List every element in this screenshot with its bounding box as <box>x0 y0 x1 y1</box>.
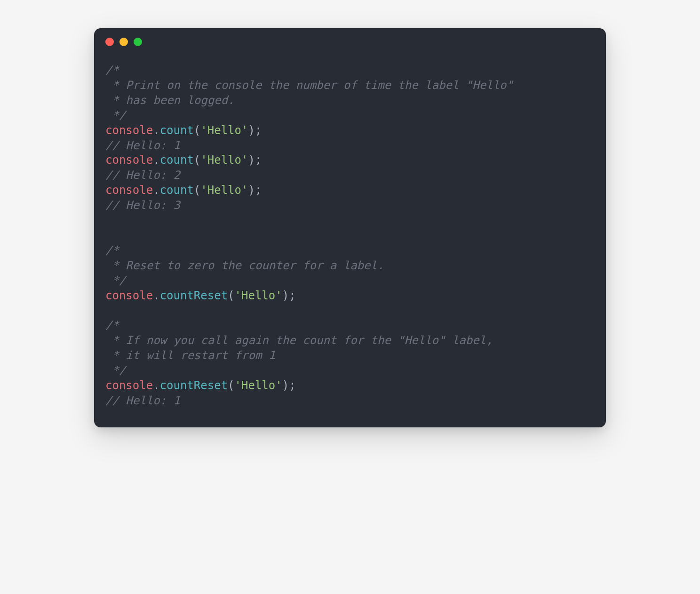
code-token-object: console <box>105 184 153 197</box>
code-token-string: 'Hello' <box>235 379 282 392</box>
code-token-punct: ); <box>248 184 262 197</box>
code-token-method: count <box>160 124 194 137</box>
code-token-comment: /* * Reset to zero the counter for a lab… <box>105 244 384 287</box>
code-token-punct: ( <box>228 379 234 392</box>
code-token-comment: // Hello: 1 <box>105 139 180 152</box>
code-token-punct: ( <box>194 184 200 197</box>
code-token-string: 'Hello' <box>235 289 282 302</box>
code-token-method: countReset <box>160 379 228 392</box>
code-token-method: count <box>160 184 194 197</box>
code-token-punct: ); <box>282 379 296 392</box>
code-token-string: 'Hello' <box>200 124 248 137</box>
code-token-comment: // Hello: 1 <box>105 394 180 407</box>
code-token-method: count <box>160 153 194 167</box>
code-token-punct: ); <box>248 153 262 167</box>
code-token-method: countReset <box>160 289 228 302</box>
code-token-comment: // Hello: 3 <box>105 199 180 212</box>
code-token-string: 'Hello' <box>200 153 248 167</box>
code-token-punct: . <box>153 289 159 302</box>
code-token-object: console <box>105 289 153 302</box>
code-token-punct: ( <box>228 289 234 302</box>
code-token-punct: ( <box>194 124 200 137</box>
code-token-comment: /* * If now you call again the count for… <box>105 319 493 377</box>
code-content: /* * Print on the console the number of … <box>94 46 606 427</box>
code-token-punct: . <box>153 379 159 392</box>
code-token-object: console <box>105 153 153 167</box>
code-token-object: console <box>105 379 153 392</box>
code-token-punct: ); <box>248 124 262 137</box>
code-token-comment: // Hello: 2 <box>105 169 180 182</box>
window-titlebar <box>94 28 606 46</box>
code-token-string: 'Hello' <box>200 184 248 197</box>
code-token-punct: ( <box>194 153 200 167</box>
minimize-icon[interactable] <box>119 38 128 46</box>
code-token-comment: /* * Print on the console the number of … <box>105 64 513 122</box>
code-window: /* * Print on the console the number of … <box>94 28 606 427</box>
code-token-punct: ); <box>282 289 296 302</box>
code-token-object: console <box>105 124 153 137</box>
code-token-punct: . <box>153 124 159 137</box>
maximize-icon[interactable] <box>134 38 142 46</box>
close-icon[interactable] <box>105 38 114 46</box>
code-token-punct: . <box>153 184 159 197</box>
code-token-punct: . <box>153 153 159 167</box>
